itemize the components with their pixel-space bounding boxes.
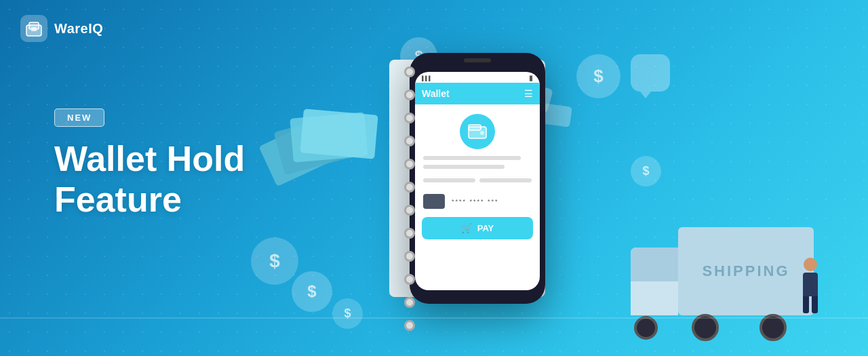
brand-name: WareIQ xyxy=(54,21,103,37)
spiral-ring xyxy=(404,182,415,193)
phone-content-lines xyxy=(415,156,540,187)
spiral-ring xyxy=(404,136,415,146)
spiral-ring xyxy=(404,205,415,216)
person-legs xyxy=(798,296,822,313)
headline-line2: Feature xyxy=(54,180,245,220)
new-badge: NEW xyxy=(54,108,104,127)
content-line xyxy=(423,178,475,182)
main-title: Wallet Hold Feature xyxy=(54,139,245,220)
card-row: **** **** *** xyxy=(415,187,540,213)
floating-coin-4: $ xyxy=(251,237,298,285)
battery-icon: ▊ xyxy=(530,76,533,81)
wallet-circle xyxy=(460,114,495,149)
delivery-person xyxy=(798,258,822,319)
logo-icon xyxy=(20,15,47,42)
content-line xyxy=(423,156,521,160)
left-content: NEW Wallet Hold Feature xyxy=(54,108,245,220)
headline-line1: Wallet Hold xyxy=(54,139,245,180)
person-head xyxy=(804,258,817,271)
content-line xyxy=(423,165,505,169)
spiral-ring xyxy=(404,159,415,170)
truck-wheel-3 xyxy=(634,316,658,340)
phone-menu-icon: ☰ xyxy=(524,88,533,99)
floating-coin-2: $ xyxy=(576,54,620,98)
svg-rect-2 xyxy=(31,27,37,31)
signal-icon: ▌▌▌ xyxy=(422,76,432,81)
person-leg-right xyxy=(812,296,818,313)
truck-cab xyxy=(631,248,678,315)
phone-header: Wallet ☰ xyxy=(415,83,540,104)
person-body xyxy=(803,273,818,296)
svg-point-5 xyxy=(480,131,484,135)
spiral-ring xyxy=(404,90,415,100)
credit-card-icon xyxy=(423,194,445,209)
phone: ▌▌▌ ▊ Wallet ☰ xyxy=(410,53,545,304)
spiral-ring xyxy=(404,297,415,308)
phone-notch xyxy=(464,58,491,62)
floating-envelope-2 xyxy=(541,103,572,127)
spiral-ring xyxy=(404,274,415,285)
phone-status-bar: ▌▌▌ ▊ xyxy=(415,72,540,83)
content-line xyxy=(479,178,532,182)
floating-coin-5: $ xyxy=(292,271,332,312)
floating-coin-6: $ xyxy=(332,298,363,329)
spiral-ring xyxy=(404,113,415,123)
phone-wallet-icon-area xyxy=(415,114,540,149)
bill-4 xyxy=(300,108,378,159)
pay-button-label: PAY xyxy=(477,223,494,233)
cart-icon: 🛒 xyxy=(461,223,472,233)
spiral-ring xyxy=(404,251,415,262)
card-number: **** **** *** xyxy=(452,198,499,205)
svg-rect-4 xyxy=(469,125,481,130)
speech-bubble xyxy=(631,54,670,92)
shipping-label: SHIPPING xyxy=(702,262,789,280)
shipping-illustration: SHIPPING xyxy=(637,166,868,356)
person-leg-left xyxy=(803,296,809,313)
spiral-ring xyxy=(404,320,415,331)
spiral-ring xyxy=(404,66,415,77)
banner: WareIQ NEW Wallet Hold Feature $ $ $ $ $… xyxy=(0,0,868,356)
spiral-ring xyxy=(404,228,415,239)
pay-button[interactable]: 🛒 PAY xyxy=(422,217,533,239)
shipping-container: SHIPPING xyxy=(678,227,814,315)
phone-wallet-title: Wallet xyxy=(422,88,450,99)
content-line-group xyxy=(423,174,532,187)
notebook-spiral xyxy=(404,66,415,331)
phone-illustration: ▌▌▌ ▊ Wallet ☰ xyxy=(410,53,545,304)
phone-screen: ▌▌▌ ▊ Wallet ☰ xyxy=(415,72,540,290)
ground-line xyxy=(0,317,868,319)
logo: WareIQ xyxy=(20,15,103,42)
